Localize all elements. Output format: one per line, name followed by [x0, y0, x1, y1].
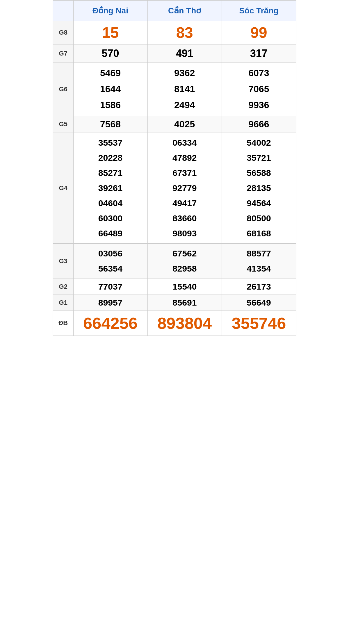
g4-col1-v1: 35537: [98, 136, 122, 150]
grade-label-g5: G5: [53, 116, 73, 133]
grade-label-g6: G6: [53, 63, 73, 116]
g1-col2: 85691: [147, 295, 222, 311]
g4-col3-v3: 56588: [247, 166, 271, 180]
g6-col3-v3: 9936: [248, 98, 269, 113]
header-dong-nai: Đồng Nai: [73, 0, 147, 21]
g2-col1: 77037: [73, 279, 147, 295]
g3-col2-v1: 67562: [172, 247, 197, 261]
g8-col1: 15: [73, 21, 147, 44]
table-row-g2: G2 77037 15540 26173: [53, 279, 296, 295]
g6-col2-values: 9362 8141 2494: [149, 66, 220, 113]
g3-col3-v1: 88577: [247, 247, 271, 261]
db-col3: 355746: [222, 311, 296, 336]
g4-col1: 35537 20228 85271 39261 04604 60300 6648…: [73, 133, 147, 243]
g6-col1-v1: 5469: [100, 66, 121, 81]
header-grade-col: [53, 0, 73, 21]
g6-col3-v1: 6073: [248, 66, 269, 81]
g4-col1-v5: 04604: [98, 196, 122, 210]
grade-label-g2: G2: [53, 279, 73, 295]
g5-col3: 9666: [222, 116, 296, 133]
g4-col2-v2: 47892: [172, 151, 197, 165]
g4-col3: 54002 35721 56588 28135 94564 80500 6816…: [222, 133, 296, 243]
g6-col1-v3: 1586: [100, 98, 121, 113]
g6-col1: 5469 1644 1586: [73, 63, 147, 116]
g6-col1-v2: 1644: [100, 82, 121, 97]
g6-col2-v2: 8141: [174, 82, 195, 97]
g3-col2-values: 67562 82958: [149, 247, 220, 276]
g4-col3-v7: 68168: [247, 226, 271, 240]
g7-col1: 570: [73, 44, 147, 63]
g5-col1: 7568: [73, 116, 147, 133]
g6-col1-values: 5469 1644 1586: [75, 66, 146, 113]
g8-col2: 83: [147, 21, 222, 44]
grade-label-db: ĐB: [53, 311, 73, 336]
g6-col2-v3: 2494: [174, 98, 195, 113]
g4-col2: 06334 47892 67371 92779 49417 83660 9809…: [147, 133, 222, 243]
db-col2: 893804: [147, 311, 222, 336]
table-row-db: ĐB 664256 893804 355746: [53, 311, 296, 336]
g3-col3-values: 88577 41354: [223, 247, 294, 276]
g3-col1-values: 03056 56354: [75, 247, 146, 276]
grade-label-g3: G3: [53, 243, 73, 279]
g4-col1-v4: 39261: [98, 181, 122, 195]
g4-col1-v7: 66489: [98, 226, 122, 240]
g4-col1-values: 35537 20228 85271 39261 04604 60300 6648…: [75, 136, 146, 240]
g2-col3: 26173: [222, 279, 296, 295]
g4-col1-v2: 20228: [98, 151, 122, 165]
g8-col3: 99: [222, 21, 296, 44]
g6-col3-values: 6073 7065 9936: [223, 66, 294, 113]
grade-label-g4: G4: [53, 133, 73, 243]
table-row-g5: G5 7568 4025 9666: [53, 116, 296, 133]
g6-col2-v1: 9362: [174, 66, 195, 81]
grade-label-g8: G8: [53, 21, 73, 44]
g1-col3: 56649: [222, 295, 296, 311]
g3-col3-v2: 41354: [247, 262, 271, 276]
g4-col1-v3: 85271: [98, 166, 122, 180]
g4-col2-v5: 49417: [172, 196, 197, 210]
db-col1: 664256: [73, 311, 147, 336]
g6-col2: 9362 8141 2494: [147, 63, 222, 116]
g3-col2: 67562 82958: [147, 243, 222, 279]
g3-col1-v2: 56354: [98, 262, 122, 276]
g4-col1-v6: 60300: [98, 211, 122, 225]
g6-col3-v2: 7065: [248, 82, 269, 97]
g4-col2-v6: 83660: [172, 211, 197, 225]
table-row-g8: G8 15 83 99: [53, 21, 296, 44]
g3-col1-v1: 03056: [98, 247, 122, 261]
g3-col2-v2: 82958: [172, 262, 197, 276]
g1-col1: 89957: [73, 295, 147, 311]
g4-col3-v2: 35721: [247, 151, 271, 165]
g3-col1: 03056 56354: [73, 243, 147, 279]
g2-col2: 15540: [147, 279, 222, 295]
header-soc-trang: Sóc Trăng: [222, 0, 296, 21]
table-row-g3: G3 03056 56354 67562 82958 88577 41354: [53, 243, 296, 279]
grade-label-g1: G1: [53, 295, 73, 311]
table-row-g4: G4 35537 20228 85271 39261 04604 60300 6…: [53, 133, 296, 243]
g5-col2: 4025: [147, 116, 222, 133]
g4-col3-values: 54002 35721 56588 28135 94564 80500 6816…: [223, 136, 294, 240]
table-row-g6: G6 5469 1644 1586 9362 8141 2494 6073 70: [53, 63, 296, 116]
g6-col3: 6073 7065 9936: [222, 63, 296, 116]
g4-col2-v3: 67371: [172, 166, 197, 180]
header-can-tho: Cần Thơ: [147, 0, 222, 21]
g4-col3-v5: 94564: [247, 196, 271, 210]
g4-col2-v1: 06334: [172, 136, 197, 150]
g4-col2-v7: 98093: [172, 226, 197, 240]
g7-col3: 317: [222, 44, 296, 63]
g4-col2-values: 06334 47892 67371 92779 49417 83660 9809…: [149, 136, 220, 240]
table-row-g1: G1 89957 85691 56649: [53, 295, 296, 311]
g4-col3-v4: 28135: [247, 181, 271, 195]
g7-col2: 491: [147, 44, 222, 63]
g4-col3-v6: 80500: [247, 211, 271, 225]
grade-label-g7: G7: [53, 44, 73, 63]
g4-col2-v4: 92779: [172, 181, 197, 195]
g3-col3: 88577 41354: [222, 243, 296, 279]
g4-col3-v1: 54002: [247, 136, 271, 150]
table-row-g7: G7 570 491 317: [53, 44, 296, 63]
